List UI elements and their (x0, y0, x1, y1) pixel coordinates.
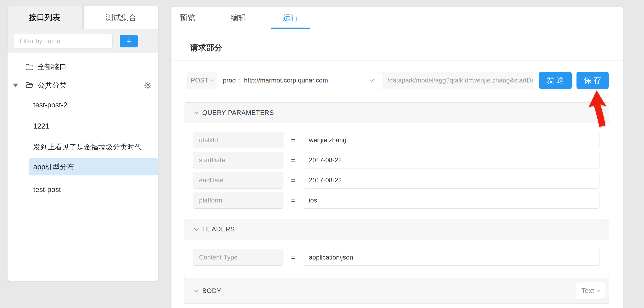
section-divider (171, 61, 623, 61)
chevron-down-icon (211, 78, 214, 81)
param-key-value: qtalkId (199, 136, 218, 144)
tree-item-test-post-2[interactable]: test-post-2 (8, 96, 158, 114)
active-tab-indicator (271, 28, 310, 29)
query-parameters-body: qtalkId = wenjie.zhang startDate = 2017-… (184, 123, 609, 209)
param-value-input[interactable]: 2017-08-22 (303, 172, 600, 189)
param-key-value: startDate (199, 156, 225, 164)
tree-node-label: 公共分类 (38, 80, 67, 90)
equals-sign: = (283, 249, 303, 266)
tree-item-label: test-post-2 (33, 101, 68, 109)
param-row: qtalkId = wenjie.zhang (193, 132, 600, 148)
chevron-down-icon (194, 226, 199, 231)
sidebar-tabs: 接口列表 测试集合 (8, 6, 158, 29)
headers-header[interactable]: HEADERS (184, 219, 609, 239)
headers-panel: HEADERS Content-Type = application/json (184, 219, 609, 277)
send-button[interactable]: 发 送 (539, 72, 572, 89)
tree-node-public-category[interactable]: 公共分类 (8, 77, 158, 94)
tree-item-1221[interactable]: 1221 (8, 118, 158, 135)
equals-sign: = (283, 132, 303, 148)
body-type-value: Text (581, 287, 594, 295)
param-value: 2017-08-22 (309, 156, 342, 164)
tab-interface-list[interactable]: 接口列表 (8, 6, 82, 29)
method-select[interactable]: POST (188, 72, 217, 89)
folder-closed-icon (25, 63, 33, 70)
tab-test-collection-label: 测试集合 (106, 12, 137, 23)
tree-item-app-distribution-selected[interactable]: app机型分布 (29, 158, 158, 175)
sidebar-filter-bar: + (8, 29, 158, 53)
param-key-value: endDate (199, 176, 223, 184)
tab-preview-label: 预览 (180, 13, 195, 23)
chevron-down-icon (596, 288, 600, 292)
add-interface-button[interactable]: + (120, 35, 138, 47)
param-value-input[interactable]: ios (303, 192, 600, 209)
interface-tree: 全部接口 公共分类 test-post-2 (8, 53, 158, 281)
chevron-down-icon (194, 110, 199, 114)
environment-select[interactable]: prod： http://marmot.corp.qunar.com (217, 72, 380, 89)
query-parameters-header[interactable]: QUERY PARAMETERS (184, 103, 609, 123)
param-row: endDate = 2017-08-22 (193, 172, 600, 189)
query-parameters-title: QUERY PARAMETERS (202, 109, 274, 117)
headers-body: Content-Type = application/json (184, 239, 609, 266)
body-title: BODY (202, 287, 221, 295)
param-key-input[interactable]: qtalkId (193, 132, 283, 148)
tree-item-long-name[interactable]: 发到上看见了是金福垃圾分类时代 (8, 138, 158, 156)
tree-item-test-post[interactable]: test-post (8, 181, 158, 198)
equals-sign: = (283, 172, 303, 189)
tree-node-label: 全部接口 (38, 62, 67, 72)
gear-icon[interactable] (144, 81, 152, 89)
tree-item-label: app机型分布 (33, 162, 74, 172)
body-type-select[interactable]: Text (576, 282, 605, 299)
filter-input[interactable] (14, 33, 113, 49)
tab-edit-label: 编辑 (231, 13, 246, 23)
chevron-down-icon (370, 77, 374, 82)
request-path-input[interactable]: /datapark/model/agg?qtalkId=wenjie.zhang… (382, 72, 533, 89)
tab-edit[interactable]: 编辑 (226, 7, 250, 29)
param-key-input[interactable]: startDate (193, 152, 283, 168)
method-select-value: POST (191, 77, 208, 84)
param-row: platform = ios (193, 192, 600, 209)
request-path-value: /datapark/model/agg?qtalkId=wenjie.zhang… (387, 77, 533, 84)
tree-node-all-interfaces[interactable]: 全部接口 (8, 58, 158, 76)
tab-run-label: 运行 (283, 13, 298, 23)
param-value-input[interactable]: wenjie.zhang (303, 132, 600, 148)
tree-item-label: 发到上看见了是金福垃圾分类时代 (33, 142, 142, 152)
equals-sign: = (283, 192, 303, 209)
caret-down-icon[interactable] (13, 84, 18, 87)
tab-run[interactable]: 运行 (279, 7, 303, 29)
header-value-input[interactable]: application/json (303, 249, 600, 266)
param-value: ios (309, 197, 317, 204)
header-key-value: Content-Type (199, 254, 238, 261)
headers-title: HEADERS (202, 226, 235, 233)
param-key-value: platform (199, 197, 222, 204)
param-value-input[interactable]: 2017-08-22 (303, 152, 600, 168)
save-button[interactable]: 保 存 (576, 72, 609, 89)
header-row: Content-Type = application/json (193, 249, 600, 266)
request-panel: 预览 编辑 运行 请求部分 POST prod： http://marmot.c… (171, 7, 623, 308)
tab-preview[interactable]: 预览 (175, 7, 200, 29)
chevron-down-icon (194, 288, 199, 292)
param-row: startDate = 2017-08-22 (193, 152, 600, 168)
param-key-input[interactable]: endDate (193, 172, 283, 189)
param-value: 2017-08-22 (309, 176, 342, 184)
folder-open-icon (25, 82, 33, 89)
tree-item-label: test-post (33, 186, 61, 194)
header-key-input[interactable]: Content-Type (193, 249, 283, 266)
tree-item-label: 1221 (33, 122, 49, 130)
api-sidebar: 接口列表 测试集合 + 全部接口 公共分类 (8, 6, 158, 281)
request-url-bar: POST prod： http://marmot.corp.qunar.com … (188, 72, 609, 89)
environment-select-value: prod： http://marmot.corp.qunar.com (223, 76, 368, 85)
param-value: wenjie.zhang (309, 136, 346, 144)
tab-interface-list-label: 接口列表 (29, 12, 60, 23)
header-value: application/json (309, 254, 353, 261)
tab-test-collection[interactable]: 测试集合 (84, 6, 158, 29)
request-section-title: 请求部分 (190, 42, 222, 53)
param-key-input[interactable]: platform (193, 192, 283, 209)
body-header[interactable]: BODY Text (184, 278, 609, 304)
query-parameters-panel: QUERY PARAMETERS qtalkId = wenjie.zhang … (184, 102, 609, 217)
main-tabs: 预览 编辑 运行 (171, 7, 623, 29)
body-panel: BODY Text (184, 278, 609, 308)
equals-sign: = (283, 152, 303, 168)
